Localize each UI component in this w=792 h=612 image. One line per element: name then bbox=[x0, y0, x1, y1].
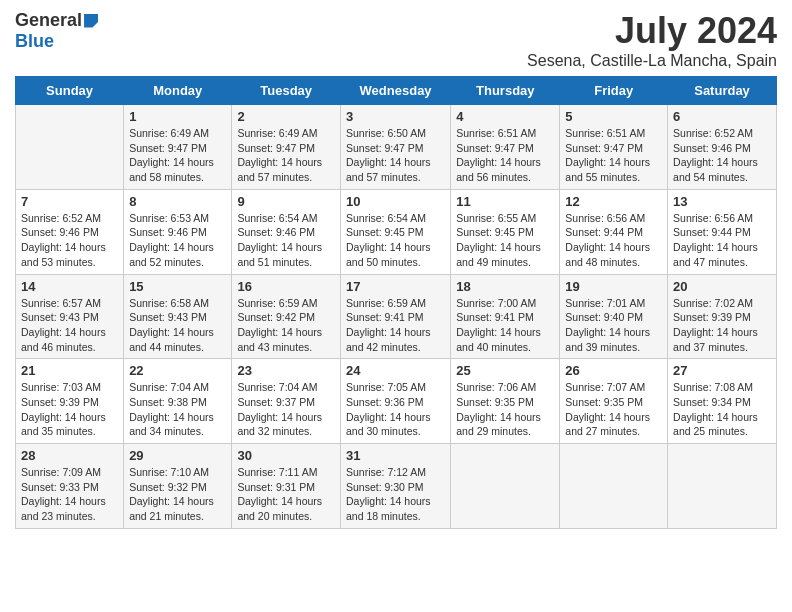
day-number: 29 bbox=[129, 448, 226, 463]
day-info: Sunrise: 6:58 AMSunset: 9:43 PMDaylight:… bbox=[129, 296, 226, 355]
calendar-cell: 26Sunrise: 7:07 AMSunset: 9:35 PMDayligh… bbox=[560, 359, 668, 444]
day-number: 27 bbox=[673, 363, 771, 378]
calendar-cell: 30Sunrise: 7:11 AMSunset: 9:31 PMDayligh… bbox=[232, 444, 341, 529]
calendar-cell: 3Sunrise: 6:50 AMSunset: 9:47 PMDaylight… bbox=[340, 105, 450, 190]
calendar-cell: 25Sunrise: 7:06 AMSunset: 9:35 PMDayligh… bbox=[451, 359, 560, 444]
day-info: Sunrise: 7:10 AMSunset: 9:32 PMDaylight:… bbox=[129, 465, 226, 524]
day-number: 4 bbox=[456, 109, 554, 124]
logo-general: General bbox=[15, 10, 82, 31]
calendar-cell: 19Sunrise: 7:01 AMSunset: 9:40 PMDayligh… bbox=[560, 274, 668, 359]
day-info: Sunrise: 6:59 AMSunset: 9:42 PMDaylight:… bbox=[237, 296, 335, 355]
day-info: Sunrise: 6:55 AMSunset: 9:45 PMDaylight:… bbox=[456, 211, 554, 270]
calendar-cell: 6Sunrise: 6:52 AMSunset: 9:46 PMDaylight… bbox=[668, 105, 777, 190]
logo: General Blue bbox=[15, 10, 98, 52]
day-number: 2 bbox=[237, 109, 335, 124]
calendar-header: SundayMondayTuesdayWednesdayThursdayFrid… bbox=[16, 77, 777, 105]
day-number: 9 bbox=[237, 194, 335, 209]
day-info: Sunrise: 7:11 AMSunset: 9:31 PMDaylight:… bbox=[237, 465, 335, 524]
day-number: 14 bbox=[21, 279, 118, 294]
calendar-week-5: 28Sunrise: 7:09 AMSunset: 9:33 PMDayligh… bbox=[16, 444, 777, 529]
day-number: 6 bbox=[673, 109, 771, 124]
day-info: Sunrise: 6:52 AMSunset: 9:46 PMDaylight:… bbox=[673, 126, 771, 185]
calendar-cell: 5Sunrise: 6:51 AMSunset: 9:47 PMDaylight… bbox=[560, 105, 668, 190]
day-info: Sunrise: 7:09 AMSunset: 9:33 PMDaylight:… bbox=[21, 465, 118, 524]
day-number: 31 bbox=[346, 448, 445, 463]
day-number: 15 bbox=[129, 279, 226, 294]
calendar-cell: 12Sunrise: 6:56 AMSunset: 9:44 PMDayligh… bbox=[560, 189, 668, 274]
calendar-cell: 8Sunrise: 6:53 AMSunset: 9:46 PMDaylight… bbox=[124, 189, 232, 274]
day-info: Sunrise: 7:04 AMSunset: 9:38 PMDaylight:… bbox=[129, 380, 226, 439]
calendar-week-2: 7Sunrise: 6:52 AMSunset: 9:46 PMDaylight… bbox=[16, 189, 777, 274]
logo-blue: Blue bbox=[15, 31, 54, 52]
weekday-header-monday: Monday bbox=[124, 77, 232, 105]
weekday-header-friday: Friday bbox=[560, 77, 668, 105]
day-info: Sunrise: 6:54 AMSunset: 9:45 PMDaylight:… bbox=[346, 211, 445, 270]
calendar-cell: 9Sunrise: 6:54 AMSunset: 9:46 PMDaylight… bbox=[232, 189, 341, 274]
day-info: Sunrise: 6:49 AMSunset: 9:47 PMDaylight:… bbox=[237, 126, 335, 185]
day-info: Sunrise: 7:01 AMSunset: 9:40 PMDaylight:… bbox=[565, 296, 662, 355]
day-info: Sunrise: 7:03 AMSunset: 9:39 PMDaylight:… bbox=[21, 380, 118, 439]
day-info: Sunrise: 6:56 AMSunset: 9:44 PMDaylight:… bbox=[565, 211, 662, 270]
day-info: Sunrise: 7:02 AMSunset: 9:39 PMDaylight:… bbox=[673, 296, 771, 355]
day-number: 20 bbox=[673, 279, 771, 294]
calendar-cell bbox=[668, 444, 777, 529]
day-info: Sunrise: 6:51 AMSunset: 9:47 PMDaylight:… bbox=[456, 126, 554, 185]
calendar-cell: 15Sunrise: 6:58 AMSunset: 9:43 PMDayligh… bbox=[124, 274, 232, 359]
day-number: 24 bbox=[346, 363, 445, 378]
calendar-title: July 2024 bbox=[527, 10, 777, 52]
calendar-cell: 27Sunrise: 7:08 AMSunset: 9:34 PMDayligh… bbox=[668, 359, 777, 444]
day-info: Sunrise: 6:56 AMSunset: 9:44 PMDaylight:… bbox=[673, 211, 771, 270]
day-number: 5 bbox=[565, 109, 662, 124]
day-number: 7 bbox=[21, 194, 118, 209]
day-number: 11 bbox=[456, 194, 554, 209]
calendar-table: SundayMondayTuesdayWednesdayThursdayFrid… bbox=[15, 76, 777, 529]
logo-icon bbox=[84, 14, 98, 28]
calendar-cell: 21Sunrise: 7:03 AMSunset: 9:39 PMDayligh… bbox=[16, 359, 124, 444]
page-header: General Blue July 2024 Sesena, Castille-… bbox=[15, 10, 777, 70]
day-number: 3 bbox=[346, 109, 445, 124]
day-info: Sunrise: 6:51 AMSunset: 9:47 PMDaylight:… bbox=[565, 126, 662, 185]
calendar-cell bbox=[560, 444, 668, 529]
calendar-cell: 28Sunrise: 7:09 AMSunset: 9:33 PMDayligh… bbox=[16, 444, 124, 529]
day-info: Sunrise: 7:12 AMSunset: 9:30 PMDaylight:… bbox=[346, 465, 445, 524]
weekday-header-saturday: Saturday bbox=[668, 77, 777, 105]
day-number: 23 bbox=[237, 363, 335, 378]
day-number: 26 bbox=[565, 363, 662, 378]
weekday-header-wednesday: Wednesday bbox=[340, 77, 450, 105]
day-info: Sunrise: 7:07 AMSunset: 9:35 PMDaylight:… bbox=[565, 380, 662, 439]
day-number: 22 bbox=[129, 363, 226, 378]
weekday-header-thursday: Thursday bbox=[451, 77, 560, 105]
day-info: Sunrise: 6:49 AMSunset: 9:47 PMDaylight:… bbox=[129, 126, 226, 185]
day-number: 16 bbox=[237, 279, 335, 294]
calendar-week-1: 1Sunrise: 6:49 AMSunset: 9:47 PMDaylight… bbox=[16, 105, 777, 190]
day-info: Sunrise: 6:54 AMSunset: 9:46 PMDaylight:… bbox=[237, 211, 335, 270]
calendar-cell: 24Sunrise: 7:05 AMSunset: 9:36 PMDayligh… bbox=[340, 359, 450, 444]
calendar-cell: 7Sunrise: 6:52 AMSunset: 9:46 PMDaylight… bbox=[16, 189, 124, 274]
calendar-cell bbox=[16, 105, 124, 190]
day-number: 21 bbox=[21, 363, 118, 378]
weekday-header-tuesday: Tuesday bbox=[232, 77, 341, 105]
calendar-cell: 1Sunrise: 6:49 AMSunset: 9:47 PMDaylight… bbox=[124, 105, 232, 190]
calendar-cell: 16Sunrise: 6:59 AMSunset: 9:42 PMDayligh… bbox=[232, 274, 341, 359]
day-info: Sunrise: 6:52 AMSunset: 9:46 PMDaylight:… bbox=[21, 211, 118, 270]
title-block: July 2024 Sesena, Castille-La Mancha, Sp… bbox=[527, 10, 777, 70]
calendar-location: Sesena, Castille-La Mancha, Spain bbox=[527, 52, 777, 70]
calendar-cell: 18Sunrise: 7:00 AMSunset: 9:41 PMDayligh… bbox=[451, 274, 560, 359]
calendar-week-4: 21Sunrise: 7:03 AMSunset: 9:39 PMDayligh… bbox=[16, 359, 777, 444]
calendar-cell: 31Sunrise: 7:12 AMSunset: 9:30 PMDayligh… bbox=[340, 444, 450, 529]
day-info: Sunrise: 6:57 AMSunset: 9:43 PMDaylight:… bbox=[21, 296, 118, 355]
calendar-week-3: 14Sunrise: 6:57 AMSunset: 9:43 PMDayligh… bbox=[16, 274, 777, 359]
day-number: 18 bbox=[456, 279, 554, 294]
day-info: Sunrise: 7:00 AMSunset: 9:41 PMDaylight:… bbox=[456, 296, 554, 355]
weekday-row: SundayMondayTuesdayWednesdayThursdayFrid… bbox=[16, 77, 777, 105]
day-number: 25 bbox=[456, 363, 554, 378]
day-info: Sunrise: 7:06 AMSunset: 9:35 PMDaylight:… bbox=[456, 380, 554, 439]
day-info: Sunrise: 6:59 AMSunset: 9:41 PMDaylight:… bbox=[346, 296, 445, 355]
day-number: 17 bbox=[346, 279, 445, 294]
calendar-cell: 4Sunrise: 6:51 AMSunset: 9:47 PMDaylight… bbox=[451, 105, 560, 190]
calendar-cell: 29Sunrise: 7:10 AMSunset: 9:32 PMDayligh… bbox=[124, 444, 232, 529]
calendar-cell: 20Sunrise: 7:02 AMSunset: 9:39 PMDayligh… bbox=[668, 274, 777, 359]
day-number: 30 bbox=[237, 448, 335, 463]
calendar-cell: 22Sunrise: 7:04 AMSunset: 9:38 PMDayligh… bbox=[124, 359, 232, 444]
calendar-cell: 23Sunrise: 7:04 AMSunset: 9:37 PMDayligh… bbox=[232, 359, 341, 444]
